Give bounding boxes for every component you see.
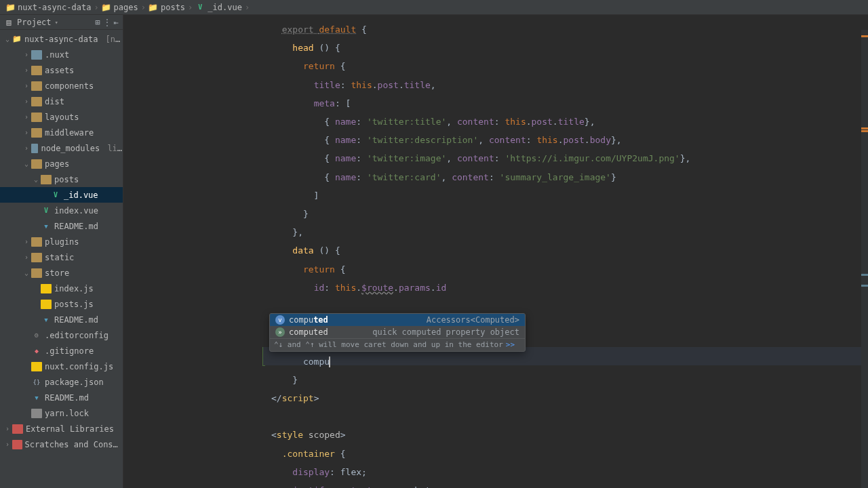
chevron-icon[interactable]: › (3, 441, 12, 448)
breadcrumb-segment[interactable]: pages (114, 3, 138, 12)
tree-item-label: static (45, 253, 74, 262)
breadcrumb[interactable]: 📁 nuxt-async-data › 📁 pages › 📁 posts › … (0, 0, 868, 15)
tree-item[interactable]: README.md (0, 390, 123, 405)
completion-popup[interactable]: v computed Accessors<Computed> » compute… (269, 313, 526, 352)
tree-item-label: README.md (54, 222, 98, 231)
tree-item[interactable]: README.md (0, 218, 123, 234)
tree-item[interactable]: ⌄posts (0, 171, 123, 187)
folder-o-icon (41, 175, 52, 184)
folder-o-icon (31, 81, 42, 91)
hint-link[interactable]: >> (506, 340, 515, 349)
chevron-icon[interactable]: › (22, 66, 31, 74)
tree-item-label: posts.js (54, 300, 94, 309)
settings-icon[interactable]: ⋮ (103, 18, 111, 27)
tree-item-label: pages (45, 159, 69, 169)
tree-item[interactable]: ›layouts (0, 109, 123, 125)
sidebar-title[interactable]: Project (17, 18, 52, 27)
tree-item[interactable]: nuxt.config.js (0, 359, 123, 374)
collapse-icon[interactable]: ⇤ (114, 18, 119, 27)
git-icon (31, 346, 42, 356)
tree-item[interactable]: .gitignore (0, 343, 123, 359)
chevron-icon[interactable]: › (22, 98, 31, 105)
tree-item[interactable]: README.md (0, 312, 123, 327)
completion-hint: ⌃↓ and ⌃↑ will move caret down and up in… (270, 338, 525, 351)
code-editor[interactable]: export default { head () { return { titl… (123, 15, 868, 488)
completion-type: Accessors<Computed> (427, 315, 519, 325)
tree-item[interactable]: ›plugins (0, 234, 123, 249)
chevron-icon[interactable]: › (22, 253, 31, 261)
lib-icon (12, 424, 23, 434)
vue-icon (50, 190, 61, 200)
chevron-icon[interactable]: ⌄ (22, 160, 31, 167)
folder-o-icon (31, 253, 42, 262)
scroll-from-source-icon[interactable]: ⊞ (96, 18, 100, 27)
json-icon (31, 378, 42, 387)
tree-item[interactable]: ›assets (0, 62, 123, 78)
completion-item[interactable]: » computed quick computed property objec… (270, 326, 525, 338)
chevron-icon[interactable]: › (22, 51, 31, 58)
vue-icon (195, 3, 205, 12)
js-icon (31, 362, 42, 371)
tree-item[interactable]: ⌄pages (0, 156, 123, 171)
tree-item[interactable]: index.vue (0, 203, 123, 218)
breadcrumb-segment[interactable]: posts (161, 3, 185, 12)
md-icon (41, 315, 52, 325)
chevron-icon[interactable]: › (22, 113, 31, 121)
error-stripe[interactable] (861, 30, 868, 488)
chevron-icon[interactable]: › (22, 129, 31, 136)
chevron-icon[interactable]: › (22, 82, 31, 89)
lib-icon (12, 440, 22, 449)
tree-item-label: Scratches and Consoles (25, 440, 123, 449)
tree-item[interactable]: .editorconfig (0, 327, 123, 343)
md-icon (41, 222, 52, 231)
tree-item[interactable]: ›dist (0, 94, 123, 109)
tree-item[interactable]: ›External Libraries (0, 421, 123, 436)
file-tree[interactable]: ⌄ nuxt-async-data [nuxt-fund ›.nuxt›asse… (0, 30, 123, 488)
tree-item[interactable]: yarn.lock (0, 405, 123, 421)
breadcrumb-segment[interactable]: _id.vue (208, 3, 242, 12)
chevron-icon[interactable]: › (3, 425, 12, 432)
tree-item[interactable]: package.json (0, 374, 123, 390)
chevron-icon[interactable]: › (22, 238, 31, 245)
tree-item[interactable]: index.js (0, 281, 123, 296)
tree-item-label: posts (54, 175, 79, 184)
folder-icon (31, 50, 42, 60)
chevron-down-icon[interactable]: ▾ (55, 19, 58, 26)
tree-item[interactable]: ›static (0, 249, 123, 265)
code-area[interactable]: export default { head () { return { titl… (123, 15, 868, 488)
tree-item-label: plugins (45, 237, 79, 247)
folder-o-icon (31, 268, 42, 278)
tree-item-label: components (45, 81, 94, 91)
tree-root[interactable]: ⌄ nuxt-async-data [nuxt-fund (0, 31, 123, 47)
tree-item[interactable]: ›middleware (0, 125, 123, 140)
cfg-icon (31, 331, 42, 340)
tree-item[interactable]: posts.js (0, 296, 123, 312)
chevron-icon[interactable]: ⌄ (31, 176, 41, 183)
chevron-right-icon: › (188, 3, 193, 12)
tree-item[interactable]: ⌄store (0, 265, 123, 281)
completion-item[interactable]: v computed Accessors<Computed> (270, 314, 525, 326)
folder-icon: 📁 (5, 3, 15, 12)
chevron-icon[interactable]: › (22, 144, 31, 152)
template-icon: » (275, 327, 285, 337)
folder-icon (31, 144, 38, 153)
tree-item-label: package.json (45, 378, 104, 387)
tree-item[interactable]: _id.vue (0, 187, 123, 203)
tree-item-label: layouts (45, 113, 79, 122)
tree-item-label: README.md (45, 393, 89, 403)
chevron-right-icon: › (245, 3, 250, 12)
project-icon (12, 35, 22, 44)
folder-icon: 📁 (149, 3, 158, 12)
breadcrumb-segment[interactable]: nuxt-async-data (18, 3, 91, 12)
lock-icon (31, 409, 42, 418)
tree-item[interactable]: ›Scratches and Consoles (0, 436, 123, 452)
tree-item-label: dist (45, 97, 64, 106)
tree-item[interactable]: ›node_modules library root (0, 140, 123, 156)
tree-item[interactable]: ›components (0, 78, 123, 94)
project-icon: ▤ (4, 18, 14, 27)
chevron-right-icon: › (94, 3, 98, 12)
tree-item[interactable]: ›.nuxt (0, 47, 123, 62)
tree-item-label: .gitignore (45, 346, 94, 356)
chevron-icon[interactable]: ⌄ (22, 269, 31, 277)
project-sidebar: ▤ Project ▾ ⊞ ⋮ ⇤ ⌄ nuxt-async-data [nux… (0, 15, 123, 488)
